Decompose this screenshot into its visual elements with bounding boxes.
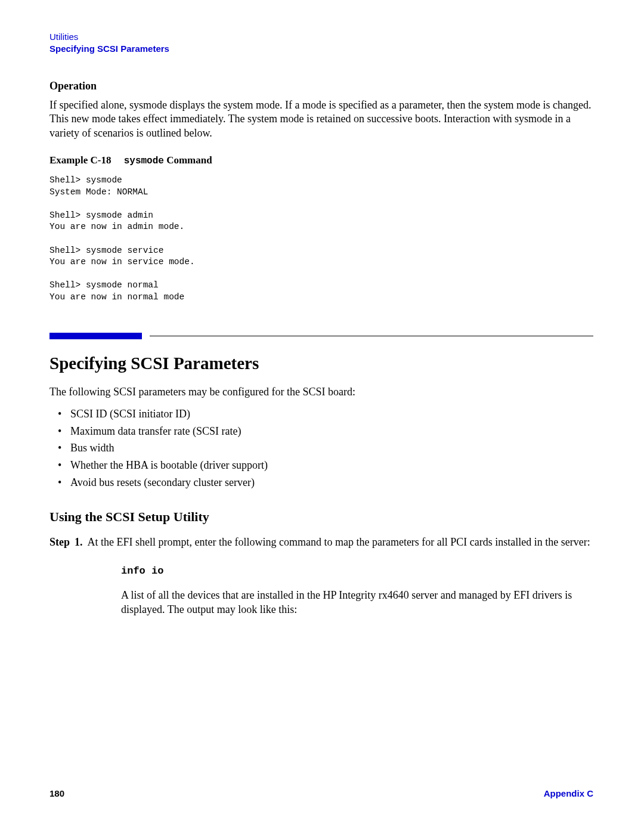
page-footer: 180 Appendix C — [49, 788, 593, 798]
step-indent-block: info io A list of all the devices that a… — [121, 565, 593, 617]
example-code-block: Shell> sysmode System Mode: NORMAL Shell… — [49, 175, 593, 303]
step-number: 1. — [75, 535, 83, 555]
example-number: Example C-18 — [49, 154, 111, 166]
step-result: A list of all the devices that are insta… — [121, 589, 593, 617]
page-number: 180 — [49, 788, 64, 798]
scsi-bullet-list: SCSI ID (SCSI initiator ID) Maximum data… — [49, 405, 593, 491]
list-item: SCSI ID (SCSI initiator ID) — [49, 405, 593, 423]
running-header-section: Specifying SCSI Parameters — [49, 44, 593, 54]
divider-bar — [49, 333, 142, 339]
step-row: Step 1. At the EFI shell prompt, enter t… — [49, 535, 593, 555]
step-body: At the EFI shell prompt, enter the follo… — [88, 535, 593, 555]
step-command: info io — [121, 565, 593, 578]
scsi-intro: The following SCSI parameters may be con… — [49, 385, 593, 399]
section-divider — [49, 333, 593, 339]
step-label: Step — [49, 535, 70, 555]
step-text: At the EFI shell prompt, enter the follo… — [88, 535, 593, 549]
list-item: Bus width — [49, 439, 593, 457]
example-label-suffix: Command — [164, 154, 212, 166]
operation-heading: Operation — [49, 80, 593, 92]
list-item: Whether the HBA is bootable (driver supp… — [49, 457, 593, 474]
scsi-subheading: Using the SCSI Setup Utility — [49, 509, 593, 525]
divider-line — [150, 336, 593, 336]
example-label: Example C-18 sysmode Command — [49, 154, 593, 166]
scsi-title: Specifying SCSI Parameters — [49, 354, 593, 373]
running-header-chapter: Utilities — [49, 32, 593, 42]
list-item: Avoid bus resets (secondary cluster serv… — [49, 474, 593, 491]
example-command-name: sysmode — [124, 156, 164, 166]
list-item: Maximum data transfer rate (SCSI rate) — [49, 423, 593, 440]
operation-body: If specified alone, sysmode displays the… — [49, 98, 593, 140]
appendix-label: Appendix C — [544, 788, 593, 798]
